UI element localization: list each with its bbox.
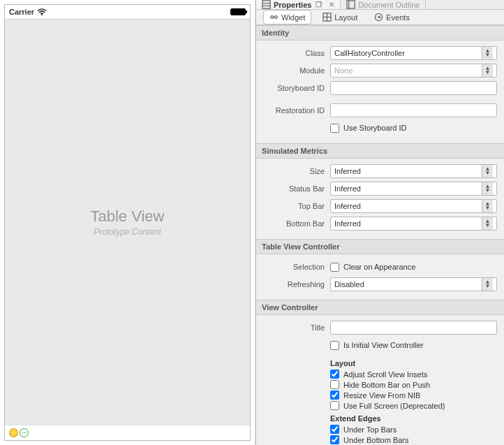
scene-dock	[5, 425, 250, 440]
bottombar-select[interactable]: Inferred▲▼	[330, 217, 497, 231]
topbar-value: Inferred	[334, 202, 361, 210]
resize-nib-checkbox[interactable]	[330, 391, 339, 400]
outline-icon	[346, 0, 355, 9]
svg-rect-1	[262, 1, 270, 8]
chevron-updown-icon: ▲▼	[482, 64, 493, 77]
exit-icon[interactable]	[20, 428, 29, 437]
under-bottom-label: Under Bottom Bars	[343, 436, 409, 444]
resize-nib-label: Resize View From NIB	[343, 391, 420, 400]
storyboard-id-input[interactable]	[330, 81, 497, 95]
is-initial-checkbox[interactable]	[330, 341, 339, 350]
restoration-id-label: Restoration ID	[263, 106, 330, 115]
size-label: Size	[263, 167, 330, 175]
section-vc-header: View Controller	[256, 300, 504, 315]
section-tvc-header: Table View Controller	[256, 239, 504, 254]
design-canvas: Carrier Table View Prototype Content	[0, 0, 255, 445]
layout-group-title: Layout	[330, 359, 497, 367]
chevron-updown-icon: ▲▼	[482, 217, 493, 230]
svg-point-6	[271, 16, 274, 19]
subtab-layout[interactable]: Layout	[317, 10, 363, 24]
pin-icon[interactable]: ❐	[316, 1, 322, 8]
subtab-events-label: Events	[386, 13, 410, 22]
under-top-label: Under Top Bars	[343, 425, 396, 434]
subtab-widget[interactable]: Widget	[263, 10, 311, 24]
chevron-updown-icon: ▲▼	[482, 165, 493, 177]
tab-properties[interactable]: Properties ❐ ✕	[256, 0, 341, 9]
section-vc: Title Is Initial View Controller Layout …	[256, 315, 504, 445]
subtab-widget-label: Widget	[281, 13, 305, 22]
use-storyboard-id-label: Use Storyboard ID	[343, 124, 406, 132]
full-screen-checkbox[interactable]	[330, 401, 339, 410]
topbar-select[interactable]: Inferred▲▼	[330, 199, 497, 213]
widget-icon	[269, 13, 279, 22]
chevron-updown-icon: ▲▼	[482, 47, 493, 59]
inspector-pane: Properties ❐ ✕ Document Outline Widget L…	[255, 0, 504, 445]
under-bottom-checkbox[interactable]	[330, 435, 339, 444]
tab-properties-label: Properties	[274, 1, 311, 9]
size-value: Inferred	[334, 167, 361, 175]
class-label: Class	[263, 49, 330, 57]
refreshing-label: Refreshing	[263, 280, 330, 289]
sub-tab-bar: Widget Layout Events	[256, 10, 504, 25]
extend-edges-title: Extend Edges	[330, 414, 497, 423]
chevron-updown-icon: ▲▼	[482, 182, 493, 195]
clear-on-appearance-label: Clear on Appearance	[343, 263, 415, 271]
chevron-updown-icon: ▲▼	[482, 278, 493, 291]
subtab-events[interactable]: Events	[369, 10, 415, 24]
battery-icon	[230, 8, 246, 15]
module-select[interactable]: None ▲▼	[330, 64, 497, 78]
section-metrics-header: Simulated Metrics	[256, 143, 504, 159]
size-select[interactable]: Inferred▲▼	[330, 164, 497, 178]
storyboard-id-label: Storyboard ID	[263, 84, 330, 92]
table-view-placeholder[interactable]: Table View Prototype Content	[5, 19, 250, 425]
class-select[interactable]: CallHistoryController ▲▼	[330, 46, 497, 60]
properties-icon	[262, 0, 271, 9]
section-identity: Class CallHistoryController ▲▼ Module No…	[256, 41, 504, 143]
close-icon[interactable]: ✕	[329, 1, 334, 8]
module-label: Module	[263, 66, 330, 75]
chevron-updown-icon: ▲▼	[482, 200, 493, 212]
refreshing-value: Disabled	[334, 280, 364, 289]
section-metrics: Size Inferred▲▼ Status Bar Inferred▲▼ To…	[256, 159, 504, 239]
svg-rect-4	[347, 1, 355, 8]
clear-on-appearance-checkbox[interactable]	[330, 263, 339, 272]
refreshing-select[interactable]: Disabled▲▼	[330, 277, 497, 291]
topbar-label: Top Bar	[263, 202, 330, 210]
hide-bottom-label: Hide Bottom Bar on Push	[343, 381, 430, 389]
is-initial-label: Is Initial View Controller	[343, 341, 424, 349]
device-frame: Carrier Table View Prototype Content	[4, 4, 251, 441]
adjust-insets-checkbox[interactable]	[330, 370, 339, 379]
table-view-title: Table View	[91, 207, 165, 226]
first-responder-icon[interactable]	[9, 428, 18, 437]
vc-title-input[interactable]	[330, 321, 497, 335]
carrier-label: Carrier	[9, 8, 34, 16]
section-tvc: Selection Clear on Appearance Refreshing…	[256, 254, 504, 300]
status-bar: Carrier	[5, 5, 250, 19]
statusbar-select[interactable]: Inferred▲▼	[330, 182, 497, 196]
subtab-layout-label: Layout	[334, 13, 357, 22]
under-top-checkbox[interactable]	[330, 425, 339, 434]
section-identity-header: Identity	[256, 25, 504, 41]
vc-title-label: Title	[263, 323, 330, 332]
bottombar-label: Bottom Bar	[263, 219, 330, 228]
events-icon	[374, 13, 383, 22]
layout-icon	[323, 13, 332, 22]
module-placeholder: None	[334, 66, 353, 75]
full-screen-label: Use Full Screen (Deprecated)	[343, 402, 445, 410]
tab-outline-label: Document Outline	[358, 1, 420, 9]
bottombar-value: Inferred	[334, 219, 361, 228]
top-tab-bar: Properties ❐ ✕ Document Outline	[256, 0, 504, 10]
tab-document-outline[interactable]: Document Outline	[341, 0, 426, 9]
hide-bottom-checkbox[interactable]	[330, 380, 339, 389]
use-storyboard-id-checkbox[interactable]	[330, 124, 339, 133]
restoration-id-input[interactable]	[330, 103, 497, 117]
wifi-icon	[37, 8, 47, 16]
svg-point-7	[274, 16, 277, 19]
statusbar-value: Inferred	[334, 184, 361, 193]
table-view-subtitle: Prototype Content	[94, 227, 161, 237]
class-value: CallHistoryController	[334, 49, 405, 57]
statusbar-label: Status Bar	[263, 184, 330, 193]
adjust-insets-label: Adjust Scroll View Insets	[343, 370, 427, 379]
selection-label: Selection	[263, 263, 330, 271]
svg-point-0	[41, 14, 43, 15]
